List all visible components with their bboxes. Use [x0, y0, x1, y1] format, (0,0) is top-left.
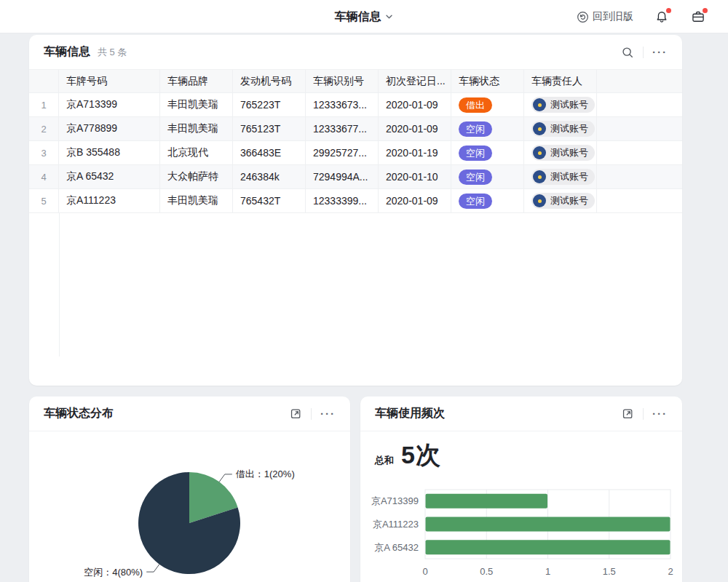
cell-brand[interactable]: 丰田凯美瑞	[160, 189, 233, 212]
status-badge: 空闲	[459, 170, 492, 185]
cell-registration-date[interactable]: 2020-01-09	[379, 93, 451, 116]
notifications-button[interactable]	[654, 9, 670, 25]
cell-filler	[597, 93, 682, 116]
page-title: 车辆信息	[335, 9, 381, 25]
status-distribution-card: 车辆状态分布 ··· 借出：1(20%)空闲：4(80%)	[29, 396, 350, 582]
cell-engine-number[interactable]: 765123T	[233, 117, 306, 140]
cell-row-number[interactable]: 3	[29, 141, 59, 164]
cell-status[interactable]: 借出	[451, 93, 524, 116]
cell-brand[interactable]: 北京现代	[160, 141, 233, 164]
cell-plate[interactable]: 京A778899	[59, 117, 160, 140]
cell-engine-number[interactable]: 765432T	[233, 189, 306, 212]
pie-label-leader-line	[219, 474, 232, 482]
owner-chip: 测试账号	[531, 193, 595, 209]
cell-engine-number[interactable]: 765223T	[233, 93, 306, 116]
cell-registration-date[interactable]: 2020-01-09	[379, 117, 451, 140]
column-header[interactable]: 车辆责任人	[524, 70, 597, 92]
cell-vin[interactable]: 7294994A...	[306, 165, 379, 188]
cell-owner[interactable]: 测试账号	[524, 93, 597, 116]
usage-bar-chart[interactable]: 00.511.52京A713399京A111223京A 65432使用次数	[360, 477, 682, 582]
cell-engine-number[interactable]: 366483E	[233, 141, 306, 164]
cell-owner[interactable]: 测试账号	[524, 141, 597, 164]
column-header[interactable]: 车辆识别号	[306, 70, 379, 92]
owner-avatar	[533, 122, 546, 135]
search-button[interactable]	[621, 46, 634, 59]
column-header[interactable]: 车辆品牌	[160, 70, 233, 92]
cell-row-number[interactable]: 4	[29, 165, 59, 188]
owner-chip: 测试账号	[531, 169, 595, 185]
cell-status[interactable]: 空闲	[451, 189, 524, 212]
cell-vin[interactable]: 12333673...	[306, 93, 379, 116]
table-header-row: 车牌号码车辆品牌发动机号码车辆识别号初次登记日...车辆状态车辆责任人	[29, 70, 682, 93]
bar-expand-button[interactable]	[622, 407, 634, 420]
expand-icon	[290, 407, 302, 420]
cell-vin[interactable]: 29925727...	[306, 141, 379, 164]
usage-frequency-card: 车辆使用频次 ··· 总和 5次 00.511.52京A713399京A1112…	[360, 396, 682, 582]
table-row: 4京A 65432大众帕萨特246384k7294994A...2020-01-…	[29, 165, 682, 189]
cell-owner[interactable]: 测试账号	[524, 189, 597, 212]
bar-category-label: 京A713399	[371, 495, 419, 506]
bar-京A 65432[interactable]	[426, 540, 670, 554]
column-header[interactable]: 发动机号码	[233, 70, 306, 92]
total-value: 5次	[401, 439, 441, 472]
status-pie-chart[interactable]: 借出：1(20%)空闲：4(80%)	[29, 431, 350, 582]
cell-plate[interactable]: 京A713399	[59, 93, 160, 116]
x-tick-label: 1.5	[603, 566, 616, 577]
workbench-badge-dot	[703, 8, 708, 13]
bar-card-header: 车辆使用频次 ···	[360, 396, 682, 431]
cell-registration-date[interactable]: 2020-01-10	[379, 165, 451, 188]
cell-brand[interactable]: 丰田凯美瑞	[160, 117, 233, 140]
row-number-column-extender	[59, 213, 60, 356]
pie-expand-button[interactable]	[290, 407, 302, 420]
record-count: 共 5 条	[98, 46, 127, 59]
search-icon	[621, 46, 634, 59]
cell-registration-date[interactable]: 2020-01-19	[379, 141, 451, 164]
cell-vin[interactable]: 12333399...	[306, 189, 379, 212]
cell-status[interactable]: 空闲	[451, 165, 524, 188]
page-title-dropdown[interactable]: 车辆信息	[335, 0, 394, 33]
bar-more-button[interactable]: ···	[652, 410, 668, 418]
pie-more-button[interactable]: ···	[320, 410, 336, 418]
bar-京A713399[interactable]	[426, 494, 548, 509]
table-row: 1京A713399丰田凯美瑞765223T12333673...2020-01-…	[29, 93, 682, 117]
x-tick-label: 0	[422, 566, 427, 577]
cell-brand[interactable]: 大众帕萨特	[160, 165, 233, 188]
topbar: 车辆信息 回到旧版	[0, 0, 728, 33]
bar-京A111223[interactable]	[426, 517, 670, 532]
owner-chip: 测试账号	[531, 97, 595, 113]
cell-engine-number[interactable]: 246384k	[233, 165, 306, 188]
cell-plate[interactable]: 京A111223	[59, 189, 160, 212]
workbench-button[interactable]	[690, 9, 706, 25]
owner-avatar	[533, 170, 546, 183]
pie-label-leader-line	[146, 565, 159, 573]
table-card-header: 车辆信息 共 5 条 ···	[29, 35, 682, 70]
table-more-button[interactable]: ···	[652, 49, 668, 56]
pie-slice-label: 空闲：4(80%)	[84, 567, 143, 578]
cell-vin[interactable]: 12333677...	[306, 117, 379, 140]
cell-row-number[interactable]: 5	[29, 189, 59, 212]
cell-registration-date[interactable]: 2020-01-09	[379, 189, 451, 212]
table-row: 2京A778899丰田凯美瑞765123T12333677...2020-01-…	[29, 117, 682, 141]
cell-plate[interactable]: 京B 355488	[59, 141, 160, 164]
cell-status[interactable]: 空闲	[451, 141, 524, 164]
table-row: 5京A111223丰田凯美瑞765432T12333399...2020-01-…	[29, 189, 682, 213]
cell-row-number[interactable]: 1	[29, 93, 59, 116]
column-header[interactable]: 车辆状态	[451, 70, 524, 92]
cell-owner[interactable]: 测试账号	[524, 165, 597, 188]
cell-row-number[interactable]: 2	[29, 117, 59, 140]
cell-owner[interactable]: 测试账号	[524, 117, 597, 140]
pie-slice-label: 借出：1(20%)	[236, 469, 295, 479]
cell-status[interactable]: 空闲	[451, 117, 524, 140]
owner-avatar	[533, 194, 546, 207]
pie-card-header: 车辆状态分布 ···	[29, 396, 350, 431]
back-to-old-version-button[interactable]: 回到旧版	[577, 10, 633, 23]
column-header[interactable]: 车牌号码	[59, 70, 160, 92]
owner-name: 测试账号	[550, 170, 588, 183]
status-badge: 空闲	[459, 194, 492, 209]
cell-brand[interactable]: 丰田凯美瑞	[160, 93, 233, 116]
column-header-row-number[interactable]	[29, 70, 59, 92]
table-card-title: 车辆信息	[44, 44, 90, 60]
cell-plate[interactable]: 京A 65432	[59, 165, 160, 188]
column-header[interactable]: 初次登记日...	[379, 70, 451, 92]
bar-category-label: 京A111223	[373, 519, 419, 530]
